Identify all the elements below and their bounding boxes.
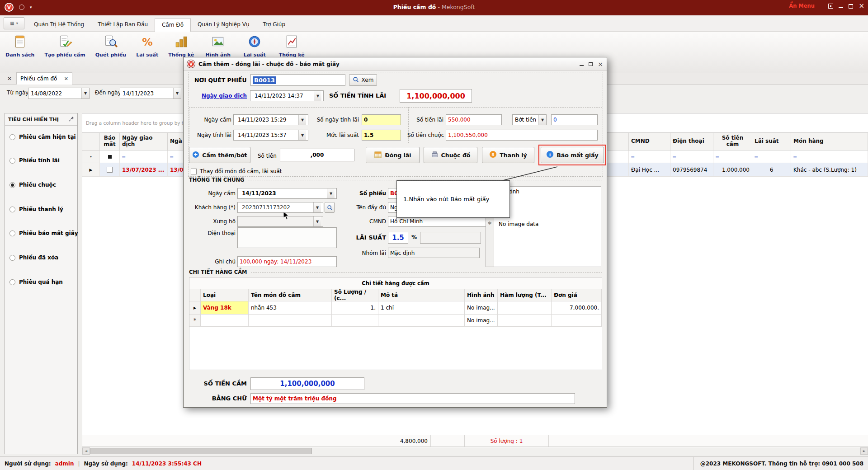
lai-suat-button[interactable]: % Lãi suất — [136, 34, 158, 58]
chevron-down-icon[interactable]: ▼ — [313, 216, 321, 226]
chevron-down-icon[interactable]: ▼ — [313, 202, 321, 212]
cell-so-luong[interactable]: 1. — [332, 301, 378, 315]
items-header-loai[interactable]: Loại — [201, 289, 249, 301]
amount-input[interactable]: ,000 — [280, 149, 354, 161]
redeem-button[interactable]: Chuộc đồ — [424, 147, 477, 163]
items-header-hinh-anh[interactable]: Hình ảnh — [465, 289, 498, 301]
cell-mo-ta[interactable]: 1 chỉ — [378, 301, 465, 315]
header-lai-suat[interactable]: Lãi suất — [752, 133, 791, 150]
rate-extra-box[interactable] — [420, 232, 481, 244]
phone-textarea[interactable] — [237, 227, 337, 248]
radio-phieu-chuoc[interactable]: Phiếu chuộc — [9, 182, 56, 188]
view-button[interactable]: Xem — [349, 74, 377, 86]
checkbox-icon[interactable] — [107, 167, 113, 173]
info-pawn-date-picker[interactable]: 14/11/2023▼ — [237, 188, 337, 199]
cell-bao-mat[interactable] — [100, 163, 120, 176]
cell-dien-thoai[interactable]: 0979569874 — [670, 163, 713, 176]
chevron-down-icon[interactable]: ▼ — [314, 91, 321, 101]
tab-quan-ly-nghiep-vu[interactable]: Quản Lý Nghiệp Vụ — [191, 19, 256, 32]
scrollbar-thumb[interactable] — [90, 448, 312, 454]
redeem-amount-input[interactable]: 1,100,550,000 — [446, 130, 598, 141]
hide-menu-link[interactable]: Ẩn Menu — [789, 3, 815, 9]
scroll-right-icon[interactable]: ► — [860, 447, 868, 455]
radio-phieu-thanh-ly[interactable]: Phiếu thanh lý — [9, 206, 63, 212]
thong-ke-button[interactable]: Thống kê — [168, 34, 194, 58]
cell-hinh-anh[interactable]: No imag... — [465, 301, 498, 315]
cell-ten[interactable] — [249, 315, 332, 327]
cell-mon-hang[interactable]: Khác - abc (S.Lượng: 1) — [791, 163, 868, 176]
minimize-button[interactable] — [839, 4, 843, 8]
calc-datetime-picker[interactable]: 14/11/2023 15:37▼ — [233, 130, 308, 141]
cell-hinh-anh[interactable]: No imag... — [465, 315, 498, 327]
liquidate-button[interactable]: $ Thanh lý — [482, 147, 534, 163]
chevron-down-icon[interactable]: ▼ — [298, 115, 306, 125]
chevron-down-icon[interactable]: ▼ — [173, 88, 181, 99]
cell-don-gia[interactable] — [552, 315, 602, 327]
items-new-row[interactable]: * No imag... — [189, 315, 602, 327]
radio-phieu-bao-mat-giay[interactable]: Phiếu báo mất giấy — [9, 230, 78, 236]
filter-cmnd[interactable]: = — [629, 150, 670, 163]
pawn-datetime-picker[interactable]: 14/11/2023 15:29▼ — [233, 114, 308, 125]
note-input[interactable]: 100,000 ngày: 14/11/2023 — [237, 256, 337, 267]
cell-so-luong[interactable] — [332, 315, 378, 327]
rate-input[interactable]: 1.5 — [362, 130, 401, 141]
radio-phieu-cam-hien-tai[interactable]: Phiếu cầm hiện tại — [9, 134, 76, 140]
from-date-picker[interactable]: 14/08/2022▼ — [28, 88, 90, 99]
change-item-checkbox[interactable] — [191, 169, 197, 174]
tab-thiet-lap-ban-dau[interactable]: Thiết Lập Ban Đầu — [91, 19, 155, 32]
close-all-tabs-icon[interactable]: ✕ — [5, 75, 14, 82]
items-row[interactable]: ▶ Vàng 18k nhẫn 453 1. 1 chỉ No imag... … — [189, 301, 602, 315]
header-bao-mat[interactable]: Báo mất — [100, 133, 120, 150]
header-dien-thoai[interactable]: Điện thoại — [670, 133, 713, 150]
radio-phieu-qua-han[interactable]: Phiếu quá hạn — [9, 279, 63, 285]
pawn-more-button[interactable]: Cầm thêm/bớt — [189, 147, 250, 163]
discount-input[interactable]: 0 — [551, 114, 598, 125]
days-input[interactable]: 0 — [362, 114, 401, 125]
trans-date-picker[interactable]: 14/11/2023 14:37▼ — [250, 90, 324, 101]
tab-tro-giup[interactable]: Trợ Giúp — [256, 19, 292, 32]
items-header-don-gia[interactable]: Đơn giá — [552, 289, 602, 301]
cell-ham-luong[interactable] — [498, 315, 552, 327]
customer-select[interactable]: 20230713173202▼ — [237, 202, 323, 213]
header-mon-hang[interactable]: Món hàng — [791, 133, 868, 150]
filter-bao-mat[interactable] — [100, 150, 120, 163]
cell-mo-ta[interactable] — [378, 315, 465, 327]
pin-icon[interactable] — [69, 116, 74, 123]
cell-lai-suat[interactable]: 6 — [752, 163, 791, 176]
radio-phieu-tinh-lai[interactable]: Phiếu tính lãi — [9, 157, 60, 164]
items-header-so-luong[interactable]: Số Lượng / (c... — [332, 289, 378, 301]
scan-input[interactable]: B0013 — [250, 74, 345, 86]
quet-phieu-button[interactable]: Quét phiếu — [95, 34, 127, 58]
fullscreen-button[interactable] — [828, 4, 833, 9]
tab-quan-tri-he-thong[interactable]: Quản Trị Hệ Thống — [27, 19, 91, 32]
cell-ten[interactable]: nhẫn 453 — [249, 301, 332, 315]
pay-interest-button[interactable]: Đóng lãi — [366, 147, 420, 163]
horizontal-scrollbar[interactable]: ◄ ► — [82, 447, 868, 455]
close-button[interactable]: × — [859, 4, 864, 9]
filter-ngay-giao-dich[interactable]: = — [120, 150, 168, 163]
filter-mon-hang[interactable]: = — [791, 150, 868, 163]
header-cmnd[interactable]: CMND — [629, 133, 670, 150]
items-header-mo-ta[interactable]: Mô tả — [378, 289, 465, 301]
cell-don-gia[interactable]: 7,000,000. — [552, 301, 602, 315]
radio-phieu-da-xoa[interactable]: Phiếu đã xóa — [9, 254, 58, 261]
interest-amount-input[interactable]: 550,000 — [446, 114, 502, 125]
header-ngay-giao-dich[interactable]: Ngày giao dịch — [120, 133, 168, 150]
dialog-close-button[interactable]: × — [598, 62, 603, 66]
close-tab-icon[interactable]: ✕ — [64, 76, 68, 82]
items-header-ten[interactable]: Tên món đồ cầm — [249, 289, 332, 301]
maximize-button[interactable] — [849, 4, 853, 9]
filter-so-tien-cam[interactable]: = — [713, 150, 752, 163]
filter-dien-thoai[interactable]: = — [670, 150, 713, 163]
cell-cmnd[interactable]: Đại Học ... — [629, 163, 670, 176]
dialog-maximize-button[interactable] — [589, 62, 593, 66]
cell-loai[interactable] — [201, 315, 249, 327]
interest-group-input[interactable]: Mặc định — [388, 248, 480, 258]
cell-loai[interactable]: Vàng 18k — [201, 301, 249, 315]
scroll-left-icon[interactable]: ◄ — [82, 447, 90, 455]
report-lost-button[interactable]: i Báo mất giấy — [541, 147, 604, 163]
tab-phieu-cam-do[interactable]: Phiếu cầm đồ ✕ — [16, 72, 72, 85]
star-icon[interactable]: * — [488, 220, 491, 229]
chevron-down-icon[interactable]: ▼ — [538, 115, 546, 125]
items-header-ham-luong[interactable]: Hàm lượng (T... — [498, 289, 552, 301]
